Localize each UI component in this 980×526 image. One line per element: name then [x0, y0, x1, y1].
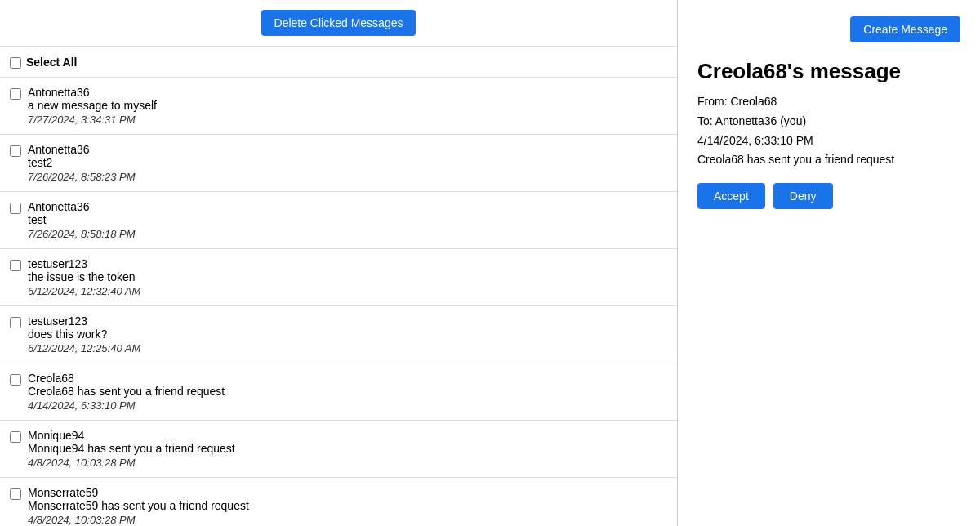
message-sender: Antonetta36: [28, 143, 136, 156]
message-checkbox[interactable]: [10, 88, 21, 100]
list-item[interactable]: Monserrate59Monserrate59 has sent you a …: [0, 478, 677, 526]
left-panel: Delete Clicked Messages Select All Anton…: [0, 0, 678, 526]
message-detail: Creola68's message From: Creola68 To: An…: [697, 59, 960, 209]
message-list: Antonetta36a new message to myself7/27/2…: [0, 78, 677, 526]
message-sender: Monserrate59: [28, 486, 249, 499]
message-body: Creola68 has sent you a friend request: [28, 385, 225, 398]
message-checkbox[interactable]: [10, 431, 21, 443]
message-content: Antonetta36test7/26/2024, 8:58:18 PM: [28, 200, 136, 240]
message-checkbox[interactable]: [10, 145, 21, 157]
message-checkbox[interactable]: [10, 488, 21, 500]
message-body: does this work?: [28, 328, 140, 341]
list-item[interactable]: Antonetta36test27/26/2024, 8:58:23 PM: [0, 135, 677, 192]
detail-body: Creola68 has sent you a friend request: [697, 150, 960, 170]
message-time: 4/8/2024, 10:03:28 PM: [28, 457, 235, 469]
message-sender: Creola68: [28, 372, 225, 385]
message-time: 6/12/2024, 12:25:40 AM: [28, 342, 140, 354]
message-sender: testuser123: [28, 257, 140, 270]
message-time: 4/14/2024, 6:33:10 PM: [28, 399, 225, 412]
message-body: a new message to myself: [28, 99, 157, 112]
message-sender: Antonetta36: [28, 200, 136, 213]
right-panel: Create Message Creola68's message From: …: [678, 0, 980, 526]
message-time: 7/26/2024, 8:58:23 PM: [28, 171, 136, 183]
top-bar: Delete Clicked Messages: [0, 0, 677, 47]
message-content: Antonetta36test27/26/2024, 8:58:23 PM: [28, 143, 136, 183]
message-content: Antonetta36a new message to myself7/27/2…: [28, 86, 157, 126]
message-time: 6/12/2024, 12:32:40 AM: [28, 285, 140, 297]
message-content: Monserrate59Monserrate59 has sent you a …: [28, 486, 249, 526]
detail-title: Creola68's message: [697, 59, 960, 84]
message-content: testuser123does this work?6/12/2024, 12:…: [28, 314, 140, 354]
message-body: the issue is the token: [28, 270, 140, 283]
message-content: testuser123the issue is the token6/12/20…: [28, 257, 140, 297]
message-sender: testuser123: [28, 314, 140, 328]
message-body: Monique94 has sent you a friend request: [28, 442, 235, 455]
select-all-checkbox[interactable]: [10, 57, 21, 69]
delete-clicked-button[interactable]: Delete Clicked Messages: [261, 10, 416, 36]
list-item[interactable]: Antonetta36a new message to myself7/27/2…: [0, 78, 677, 135]
list-item[interactable]: Antonetta36test7/26/2024, 8:58:18 PM: [0, 192, 677, 249]
message-checkbox[interactable]: [10, 260, 21, 271]
detail-to: To: Antonetta36 (you): [697, 112, 960, 132]
message-body: Monserrate59 has sent you a friend reque…: [28, 499, 249, 512]
detail-from: From: Creola68: [697, 92, 960, 112]
list-item[interactable]: testuser123the issue is the token6/12/20…: [0, 249, 677, 306]
message-body: test2: [28, 156, 136, 169]
message-content: Creola68Creola68 has sent you a friend r…: [28, 372, 225, 412]
detail-meta: From: Creola68 To: Antonetta36 (you) 4/1…: [697, 92, 960, 170]
create-message-button[interactable]: Create Message: [850, 16, 960, 42]
message-sender: Antonetta36: [28, 86, 157, 99]
deny-button[interactable]: Deny: [773, 183, 833, 209]
select-all-label: Select All: [26, 56, 78, 69]
detail-actions: Accept Deny: [697, 183, 960, 209]
list-item[interactable]: Creola68Creola68 has sent you a friend r…: [0, 363, 677, 421]
message-time: 7/26/2024, 8:58:18 PM: [28, 228, 136, 240]
select-all-row[interactable]: Select All: [0, 47, 677, 78]
accept-button[interactable]: Accept: [697, 183, 765, 209]
list-item[interactable]: Monique94Monique94 has sent you a friend…: [0, 421, 677, 478]
message-body: test: [28, 213, 136, 226]
message-checkbox[interactable]: [10, 317, 21, 328]
right-top: Create Message: [697, 16, 960, 42]
message-time: 7/27/2024, 3:34:31 PM: [28, 114, 157, 126]
message-time: 4/8/2024, 10:03:28 PM: [28, 514, 249, 526]
list-item[interactable]: testuser123does this work?6/12/2024, 12:…: [0, 306, 677, 363]
message-checkbox[interactable]: [10, 374, 21, 386]
message-content: Monique94Monique94 has sent you a friend…: [28, 429, 235, 469]
message-sender: Monique94: [28, 429, 235, 442]
message-checkbox[interactable]: [10, 203, 21, 214]
detail-date: 4/14/2024, 6:33:10 PM: [697, 132, 960, 151]
